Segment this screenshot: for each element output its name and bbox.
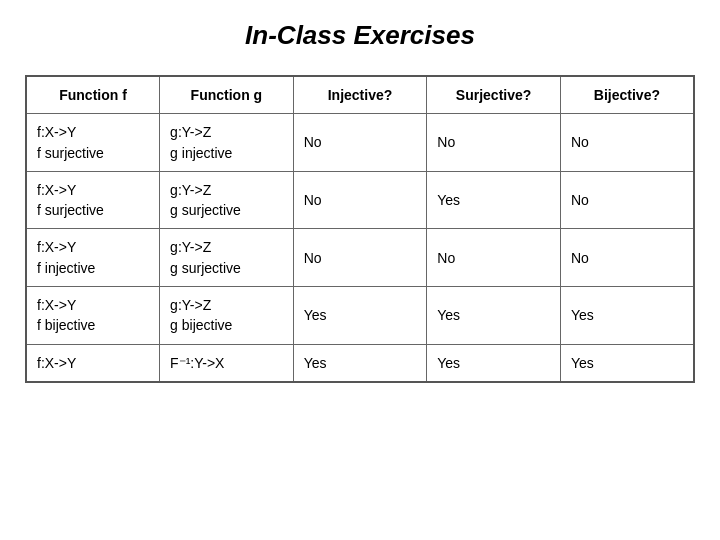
cell-injective: Yes: [293, 344, 427, 382]
header-bijective: Bijective?: [560, 76, 694, 114]
cell-func-g: g:Y->Zg bijective: [160, 287, 294, 345]
cell-surjective: No: [427, 114, 561, 172]
cell-surjective: Yes: [427, 287, 561, 345]
cell-bijective: Yes: [560, 287, 694, 345]
table-row: f:X->Yf bijectiveg:Y->Zg bijectiveYesYes…: [26, 287, 694, 345]
cell-bijective: Yes: [560, 344, 694, 382]
table-row: f:X->Yf surjectiveg:Y->Zg injectiveNoNoN…: [26, 114, 694, 172]
cell-bijective: No: [560, 114, 694, 172]
cell-injective: No: [293, 114, 427, 172]
header-injective: Injective?: [293, 76, 427, 114]
cell-func-g: F⁻¹:Y->X: [160, 344, 294, 382]
cell-func-f: f:X->Yf surjective: [26, 114, 160, 172]
table-row: f:X->Yf injectiveg:Y->Zg surjectiveNoNoN…: [26, 229, 694, 287]
cell-func-f: f:X->Yf bijective: [26, 287, 160, 345]
header-function-g: Function g: [160, 76, 294, 114]
cell-bijective: No: [560, 171, 694, 229]
table-row: f:X->YF⁻¹:Y->XYesYesYes: [26, 344, 694, 382]
cell-injective: Yes: [293, 287, 427, 345]
exercises-table: Function f Function g Injective? Surject…: [25, 75, 695, 383]
cell-injective: No: [293, 229, 427, 287]
cell-func-g: g:Y->Zg surjective: [160, 171, 294, 229]
cell-injective: No: [293, 171, 427, 229]
cell-bijective: No: [560, 229, 694, 287]
cell-func-f: f:X->Yf injective: [26, 229, 160, 287]
header-surjective: Surjective?: [427, 76, 561, 114]
cell-func-g: g:Y->Zg injective: [160, 114, 294, 172]
table-container: Function f Function g Injective? Surject…: [25, 75, 695, 383]
table-header-row: Function f Function g Injective? Surject…: [26, 76, 694, 114]
page-title: In-Class Exercises: [245, 20, 475, 51]
cell-surjective: No: [427, 229, 561, 287]
cell-func-g: g:Y->Zg surjective: [160, 229, 294, 287]
cell-func-f: f:X->Yf surjective: [26, 171, 160, 229]
cell-surjective: Yes: [427, 344, 561, 382]
cell-surjective: Yes: [427, 171, 561, 229]
header-function-f: Function f: [26, 76, 160, 114]
cell-func-f: f:X->Y: [26, 344, 160, 382]
table-row: f:X->Yf surjectiveg:Y->Zg surjectiveNoYe…: [26, 171, 694, 229]
